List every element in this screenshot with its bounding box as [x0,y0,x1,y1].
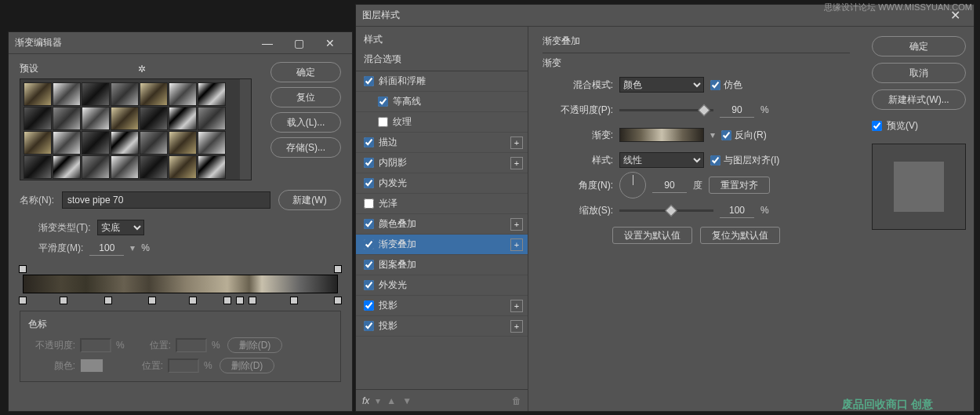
outer-glow-checkbox[interactable] [364,280,374,290]
preset-swatch[interactable] [198,155,226,179]
style-item-drop-shadow-2[interactable]: 投影+ [356,316,528,337]
style-item-inner-shadow[interactable]: 内阴影+ [356,153,528,173]
gradient-editor-titlebar[interactable]: 渐变编辑器 — ▢ ✕ [9,32,352,54]
preset-swatch[interactable] [111,155,139,179]
preset-swatch[interactable] [140,131,168,155]
preset-swatch[interactable] [169,155,197,179]
drop-shadow-2-checkbox[interactable] [364,321,374,331]
style-item-bevel[interactable]: 斜面和浮雕 [356,71,528,92]
delete-stop-button[interactable]: 删除(D) [220,358,274,373]
add-stroke-button[interactable]: + [510,137,523,149]
smoothness-input[interactable] [89,240,124,256]
style-item-satin[interactable]: 光泽 [356,194,528,214]
preset-swatch[interactable] [24,82,52,106]
color-stop[interactable] [19,297,27,304]
chevron-down-icon[interactable]: ▾ [130,242,135,253]
blend-mode-select[interactable]: 颜色 [619,77,704,93]
style-item-pattern-overlay[interactable]: 图案叠加 [356,255,528,275]
ok-button[interactable]: 确定 [872,36,966,56]
blend-options-item[interactable]: 混合选项 [356,49,528,71]
stop-position-input[interactable] [168,359,199,373]
preset-swatch[interactable] [169,107,197,130]
color-stop[interactable] [223,297,231,304]
color-stop[interactable] [148,297,156,304]
drop-shadow-1-checkbox[interactable] [364,300,374,311]
color-stop[interactable] [60,297,67,304]
inner-shadow-checkbox[interactable] [364,158,374,168]
style-item-color-overlay[interactable]: 颜色叠加+ [356,214,528,235]
delete-stop-button[interactable]: 删除(D) [227,337,282,353]
color-stop[interactable] [334,297,342,304]
maximize-icon[interactable]: ▢ [283,32,314,54]
preset-swatch[interactable] [111,131,139,155]
satin-checkbox[interactable] [364,198,374,209]
color-overlay-checkbox[interactable] [364,219,374,229]
stop-opacity-input[interactable] [80,338,111,352]
preset-swatch[interactable] [53,107,81,130]
gradient-style-select[interactable]: 线性 [619,152,704,168]
styles-header[interactable]: 样式 [356,27,528,49]
texture-checkbox[interactable] [378,117,388,127]
angle-value-input[interactable] [652,177,687,193]
color-stop[interactable] [249,297,256,304]
gradient-bar[interactable] [23,275,338,293]
style-item-stroke[interactable]: 描边+ [356,133,528,153]
reset-align-button[interactable]: 重置对齐 [709,177,770,194]
new-button[interactable]: 新建(W) [278,190,341,210]
preset-swatch[interactable] [53,82,81,106]
pattern-overlay-checkbox[interactable] [364,260,374,270]
style-item-drop-shadow-1[interactable]: 投影+ [356,296,528,316]
load-button[interactable]: 载入(L)... [270,112,341,133]
preset-swatch[interactable] [82,155,110,179]
stroke-checkbox[interactable] [364,137,374,147]
preset-swatch[interactable] [140,82,168,106]
gear-icon[interactable]: ✲ [138,64,256,75]
style-item-contour[interactable]: 等高线 [356,92,528,112]
preview-checkbox[interactable] [872,121,882,131]
preset-swatch[interactable] [198,131,226,155]
preset-swatch[interactable] [169,82,197,106]
opacity-slider[interactable] [619,109,713,111]
reset-button[interactable]: 复位 [270,87,341,107]
opacity-value-input[interactable] [720,102,754,118]
set-default-button[interactable]: 设置为默认值 [612,227,692,244]
align-layer-checkbox[interactable] [710,155,720,166]
trash-icon[interactable]: 🗑 [512,395,521,406]
style-item-gradient-overlay[interactable]: 渐变叠加+ [356,235,528,255]
color-stop[interactable] [189,297,197,304]
inner-glow-checkbox[interactable] [364,178,374,188]
preset-swatch[interactable] [82,107,110,130]
cancel-button[interactable]: 取消 [872,63,966,83]
preset-swatch[interactable] [24,107,52,130]
preset-swatch[interactable] [24,131,52,155]
presets-scrollbar[interactable] [240,79,251,180]
scale-value-input[interactable] [720,202,754,218]
opacity-stop[interactable] [334,265,342,273]
add-drop-shadow-button[interactable]: + [510,300,523,312]
ok-button[interactable]: 确定 [270,62,341,82]
color-stop[interactable] [236,297,244,304]
preset-swatch[interactable] [169,131,197,155]
add-color-overlay-button[interactable]: + [510,218,523,231]
preset-swatch[interactable] [140,107,168,130]
reverse-checkbox[interactable] [721,130,731,140]
color-stop[interactable] [290,297,298,304]
arrow-down-icon[interactable]: ▼ [402,395,412,406]
reset-default-button[interactable]: 复位为默认值 [700,227,780,244]
preset-swatch[interactable] [111,82,139,106]
preset-swatch[interactable] [82,82,110,106]
bevel-checkbox[interactable] [364,76,374,86]
preset-swatch[interactable] [82,131,110,155]
chevron-down-icon[interactable]: ▾ [376,395,380,406]
opacity-stop[interactable] [19,265,27,273]
style-item-inner-glow[interactable]: 内发光 [356,173,528,194]
angle-dial[interactable] [619,172,646,198]
dither-checkbox[interactable] [710,80,720,90]
style-item-texture[interactable]: 纹理 [356,112,528,133]
fx-icon[interactable]: fx [362,395,369,406]
stop-position-input[interactable] [176,338,207,352]
gradient-type-select[interactable]: 实底 [97,220,144,235]
close-icon[interactable]: ✕ [314,32,346,54]
style-item-outer-glow[interactable]: 外发光 [356,275,528,296]
add-drop-shadow-button[interactable]: + [510,320,523,333]
